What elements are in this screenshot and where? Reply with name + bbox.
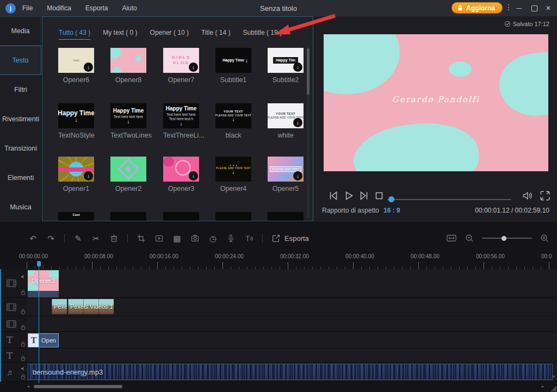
fit-timeline-icon[interactable] [446, 233, 457, 243]
tab-opener[interactable]: Opener ( 10 ) [150, 29, 189, 40]
lock-toggle-icon[interactable] [21, 356, 26, 361]
template-thumbnail[interactable] [110, 212, 146, 221]
template-thumbnail[interactable] [215, 212, 251, 221]
template-item[interactable]: ✦ ✦ ✦PLEASE ADD YOUR TEXT↓Opener4 [215, 157, 251, 192]
timeline-zoom-slider-handle[interactable] [502, 236, 506, 241]
close-button[interactable]: ✕ [541, 0, 556, 16]
sidebar-item-filtri[interactable]: Filtri [0, 75, 41, 104]
template-item[interactable]: YOUR TEXTPLEASE ADD YOUR TEXT↓white [268, 103, 304, 139]
playhead-handle[interactable] [37, 261, 41, 266]
sidebar-item-rivestimenti[interactable]: Rivestimenti [0, 104, 41, 134]
video-preview[interactable]: Gerardo Pandolfi [324, 34, 548, 171]
scroll-left-icon[interactable]: ◂ [27, 384, 29, 389]
template-thumbnail[interactable]: YOUR TEXTPLEASE ADD YOUR TEXT↓ [268, 103, 304, 128]
playhead[interactable] [39, 261, 39, 383]
template-thumbnail[interactable]: PLEASE ADD TEXT↓ [268, 157, 304, 182]
tab-subtitle[interactable]: Subtitle ( 19 ) [243, 29, 282, 40]
edit-icon[interactable]: ✎ [73, 234, 83, 243]
seek-slider[interactable] [387, 199, 511, 200]
template-thumbnail[interactable]: Happy TimeText here text here↓ [110, 103, 146, 128]
download-icon[interactable]: ↓ [84, 63, 93, 72]
menu-item-aiuto[interactable]: Aiuto [122, 4, 137, 12]
menu-item-esporta[interactable]: Esporta [85, 4, 108, 12]
template-thumbnail[interactable]: GIRLSVLOG↓ [163, 48, 199, 73]
template-thumbnail[interactable]: Happy Time↓ [215, 48, 251, 73]
delete-icon[interactable] [109, 234, 119, 243]
sidebar-item-testo[interactable]: Testo [0, 46, 41, 75]
timeline-zoom-slider[interactable] [482, 238, 532, 239]
lock-toggle-icon[interactable] [21, 309, 26, 314]
template-thumbnail[interactable]: Happy TimeText here text hereText here t… [163, 103, 199, 128]
scroll-right-icon[interactable]: ▸ [542, 384, 544, 389]
clip-pexels-videos[interactable]: Pexels Videos 1 [68, 299, 114, 314]
lock-toggle-icon[interactable] [21, 325, 26, 330]
undo-icon[interactable]: ↶ [28, 234, 38, 243]
template-item[interactable]: PLEASE ADD TEXT↓Opener5 [268, 157, 304, 192]
template-item[interactable]: YOUR TEXTPLEASE ADD YOUR TEXT↓black [215, 103, 251, 139]
next-frame-button[interactable] [358, 190, 370, 202]
template-thumbnail[interactable] [268, 212, 304, 221]
template-item[interactable] [110, 212, 146, 221]
tab-tutto[interactable]: Tutto ( 43 ) [59, 29, 90, 40]
download-icon[interactable]: ↓ [84, 171, 93, 181]
redo-icon[interactable]: ↷ [46, 234, 55, 243]
tab-title[interactable]: Title ( 14 ) [201, 29, 231, 40]
clip-opener3[interactable]: Opener3 [28, 270, 59, 297]
template-thumbnail[interactable] [110, 157, 146, 182]
download-icon[interactable]: ↓ [293, 63, 302, 72]
template-thumbnail[interactable]: hello↓ [58, 48, 94, 73]
template-thumbnail[interactable]: ↓ [58, 157, 94, 182]
horizontal-scrollbar[interactable]: ◂ ▸ [26, 384, 552, 389]
panel-scrollbar[interactable] [307, 47, 310, 218]
template-thumbnail[interactable] [110, 48, 146, 73]
export-button[interactable]: Esporta [271, 234, 309, 243]
sidebar-item-elementi[interactable]: Elementi [0, 163, 41, 192]
freeze-frame-icon[interactable] [190, 234, 200, 243]
template-item[interactable]: ↓Opener1 [58, 157, 94, 192]
clip-pexe[interactable]: Pexe [52, 299, 67, 314]
template-item[interactable]: Happy Time↓Subtitle1 [215, 48, 251, 84]
template-item[interactable]: Cast [58, 212, 94, 221]
template-item[interactable]: GIRLSVLOG↓Opener7 [163, 48, 199, 84]
sidebar-item-transizioni[interactable]: Transizioni [0, 134, 41, 163]
template-item[interactable]: Opener2 [110, 157, 146, 192]
lock-toggle-icon[interactable] [21, 290, 26, 295]
template-item[interactable]: Happy TimeText here text hereText here t… [163, 103, 199, 139]
fullscreen-icon[interactable] [539, 190, 551, 202]
text-to-speech-icon[interactable] [244, 234, 253, 243]
zoom-frame-icon[interactable] [154, 234, 164, 243]
template-thumbnail[interactable] [163, 212, 199, 221]
template-item[interactable] [163, 212, 199, 221]
menu-item-file[interactable]: File [22, 4, 33, 12]
download-icon[interactable]: ↓ [293, 118, 302, 127]
download-icon[interactable]: ↓ [189, 171, 198, 181]
template-item[interactable]: Happy Tim↓Subtitle2 [268, 48, 304, 84]
cut-icon[interactable]: ✂ [91, 234, 101, 243]
download-icon[interactable]: ↓ [180, 121, 183, 126]
template-thumbnail[interactable]: Happy Time↓ [58, 103, 94, 128]
duration-icon[interactable]: ◷ [208, 234, 218, 243]
timeline-ruler[interactable]: 00:00:00.0000:00:08.0000:00:16.0000:00:2… [0, 251, 557, 269]
mosaic-icon[interactable]: ▦ [172, 234, 182, 243]
template-item[interactable] [268, 212, 304, 221]
update-button[interactable]: Aggiorna [451, 2, 503, 14]
template-item[interactable]: hello↓Opener6 [58, 48, 94, 84]
clip-text-opener[interactable]: TOpen [28, 333, 59, 347]
download-icon[interactable]: ↓ [127, 119, 130, 124]
voiceover-mic-icon[interactable] [226, 234, 236, 243]
menu-item-modifica[interactable]: Modifica [47, 4, 71, 12]
zoom-in-icon[interactable] [540, 233, 549, 243]
download-icon[interactable]: ↓ [189, 63, 198, 72]
minimize-button[interactable] [511, 0, 527, 16]
play-button[interactable] [343, 190, 355, 202]
template-thumbnail[interactable]: ↓ [163, 157, 199, 182]
template-thumbnail[interactable]: Cast [58, 212, 94, 221]
crop-icon[interactable] [137, 234, 146, 243]
template-item[interactable]: Happy TimeText here text here↓TextTwoLin… [110, 103, 146, 139]
panel-scrollbar-thumb[interactable] [307, 48, 310, 95]
template-item[interactable]: Opener8 [110, 48, 146, 84]
mute-toggle-icon[interactable] [21, 274, 26, 279]
download-icon[interactable]: ↓ [232, 117, 235, 122]
seek-slider-handle[interactable] [388, 196, 394, 202]
download-icon[interactable]: ↓ [293, 171, 302, 181]
